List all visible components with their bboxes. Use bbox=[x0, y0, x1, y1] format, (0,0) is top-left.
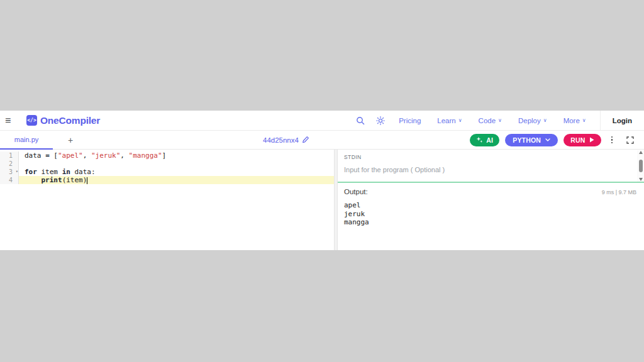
workspace: 1data = ["apel", "jeruk", "mangga"]23▾fo… bbox=[0, 150, 644, 250]
line-number: 2 bbox=[0, 160, 19, 168]
execution-stats: 9 ms | 9.7 MB bbox=[602, 189, 636, 195]
chevron-down-icon: ∨ bbox=[582, 118, 586, 123]
fullscreen-icon[interactable] bbox=[626, 136, 634, 144]
language-selector-button[interactable]: PYTHON bbox=[505, 134, 558, 146]
line-number: 4 bbox=[0, 176, 19, 184]
sparkles-icon bbox=[476, 136, 483, 143]
file-id-text: 44d25nnx4 bbox=[263, 136, 299, 144]
code-text: print(item) bbox=[19, 176, 334, 184]
file-id[interactable]: 44d25nnx4 bbox=[263, 131, 309, 150]
run-button-label: RUN bbox=[570, 136, 585, 144]
stdin-label: STDIN bbox=[344, 154, 636, 160]
scroll-up-arrow-icon[interactable] bbox=[639, 151, 643, 154]
code-brackets-icon: </> bbox=[26, 115, 37, 126]
pencil-icon[interactable] bbox=[302, 136, 309, 145]
nav-link-learn[interactable]: Learn∨ bbox=[437, 117, 462, 124]
output-label: Output: bbox=[344, 188, 368, 195]
login-button[interactable]: Login bbox=[613, 117, 632, 124]
fold-arrow-icon[interactable]: ▾ bbox=[16, 168, 18, 176]
nav-links: PricingLearn∨Code∨Deploy∨More∨ bbox=[391, 117, 594, 124]
code-text: for item in data: bbox=[19, 168, 334, 176]
nav-link-code[interactable]: Code∨ bbox=[479, 117, 502, 124]
chevron-down-icon: ∨ bbox=[498, 118, 502, 123]
line-number: 3▾ bbox=[0, 168, 19, 176]
chevron-down-icon: ∨ bbox=[458, 118, 462, 123]
ai-button[interactable]: AI bbox=[470, 134, 499, 146]
editor-toolbar: main.py + 44d25nnx4 AI PYTHON bbox=[0, 131, 644, 150]
play-icon bbox=[589, 137, 594, 143]
onecompiler-app: ≡ </> OneCompiler PricingLearn∨Code∨Depl… bbox=[0, 111, 644, 250]
nav-link-pricing[interactable]: Pricing bbox=[399, 117, 421, 124]
code-text bbox=[19, 160, 334, 168]
chevron-down-icon bbox=[545, 138, 550, 141]
top-navbar: ≡ </> OneCompiler PricingLearn∨Code∨Depl… bbox=[0, 111, 644, 131]
code-editor[interactable]: 1data = ["apel", "jeruk", "mangga"]23▾fo… bbox=[0, 150, 334, 250]
search-icon[interactable] bbox=[356, 116, 365, 125]
output-line: apel bbox=[344, 201, 636, 210]
scrollbar-thumb[interactable] bbox=[639, 160, 643, 172]
language-label: PYTHON bbox=[513, 136, 541, 144]
io-panel: STDIN Output: 9 ms | 9.7 MB apeljerukman… bbox=[338, 150, 644, 250]
nav-link-deploy[interactable]: Deploy∨ bbox=[518, 117, 547, 124]
tab-main-py[interactable]: main.py bbox=[0, 131, 53, 150]
output-header: Output: 9 ms | 9.7 MB bbox=[344, 188, 636, 195]
nav-divider bbox=[600, 111, 601, 130]
text-cursor bbox=[87, 177, 87, 184]
hamburger-menu-icon[interactable]: ≡ bbox=[5, 116, 19, 126]
line-number: 1 bbox=[0, 151, 19, 160]
output-section: Output: 9 ms | 9.7 MB apeljerukmangga bbox=[338, 183, 644, 227]
code-line[interactable]: 3▾for item in data: bbox=[0, 168, 334, 176]
chevron-down-icon: ∨ bbox=[543, 118, 547, 123]
theme-sun-icon[interactable] bbox=[376, 116, 385, 125]
ai-button-label: AI bbox=[486, 136, 493, 144]
code-line[interactable]: 2 bbox=[0, 160, 334, 168]
brand-name: OneCompiler bbox=[40, 115, 100, 126]
stdin-input[interactable] bbox=[344, 166, 622, 173]
output-lines: apeljerukmangga bbox=[344, 201, 636, 227]
code-text: data = ["apel", "jeruk", "mangga"] bbox=[19, 151, 334, 160]
add-tab-button[interactable]: + bbox=[68, 135, 73, 145]
output-line: jeruk bbox=[344, 210, 636, 219]
brand-logo[interactable]: </> OneCompiler bbox=[26, 115, 100, 126]
more-options-kebab-icon[interactable] bbox=[611, 136, 613, 144]
stdin-section: STDIN bbox=[338, 150, 644, 183]
stdin-scrollbar[interactable] bbox=[637, 150, 644, 182]
code-line[interactable]: 4 print(item) bbox=[0, 176, 334, 184]
nav-link-more[interactable]: More∨ bbox=[564, 117, 586, 124]
run-button[interactable]: RUN bbox=[564, 134, 601, 146]
nav-right: PricingLearn∨Code∨Deploy∨More∨ Login bbox=[350, 111, 644, 131]
code-line[interactable]: 1data = ["apel", "jeruk", "mangga"] bbox=[0, 151, 334, 160]
code-lines: 1data = ["apel", "jeruk", "mangga"]23▾fo… bbox=[0, 151, 334, 184]
toolbar-actions: AI PYTHON RUN bbox=[470, 134, 644, 146]
output-line: mangga bbox=[344, 218, 636, 227]
scroll-down-arrow-icon[interactable] bbox=[639, 178, 643, 181]
